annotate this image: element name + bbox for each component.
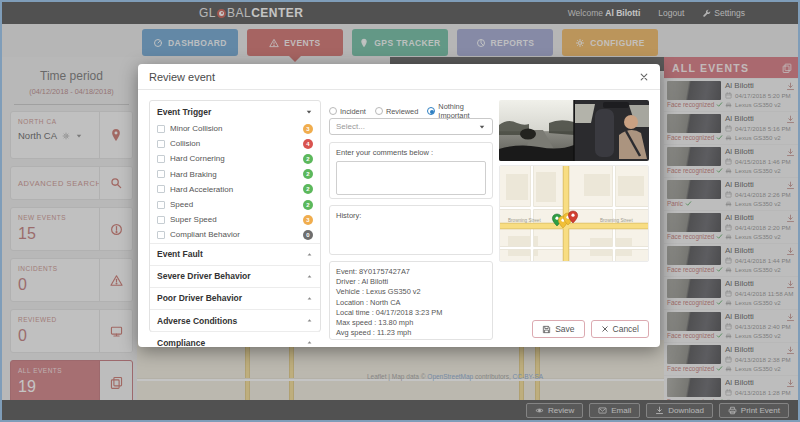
chevron-up-icon xyxy=(306,295,313,302)
section-severe-driver-behavior[interactable]: Severe Driver Behavior xyxy=(150,265,320,287)
checkbox[interactable] xyxy=(157,140,165,148)
comments-panel: Enter your comments below : xyxy=(329,142,493,199)
trigger-hard-cornering[interactable]: Hard Cornering2 xyxy=(150,151,320,166)
save-button[interactable]: Save xyxy=(532,320,584,338)
count-badge: 0 xyxy=(303,230,313,240)
checkbox[interactable] xyxy=(157,185,165,193)
history-label: History: xyxy=(336,211,486,220)
street-label: Browning Street xyxy=(508,218,541,223)
checkbox[interactable] xyxy=(157,155,165,163)
count-badge: 2 xyxy=(303,200,313,210)
event-details-panel: Event: 8Y01757427A7 Driver : Al Bilotti … xyxy=(329,261,493,340)
count-badge: 3 xyxy=(303,215,313,225)
detail-event-id: Event: 8Y01757427A7 xyxy=(336,267,486,277)
trigger-collision[interactable]: Collision4 xyxy=(150,136,320,151)
select-placeholder: Select... xyxy=(336,122,365,131)
checkbox[interactable] xyxy=(157,216,165,224)
chevron-down-icon xyxy=(305,108,313,116)
trigger-hard-acceleration[interactable]: Hard Acceleration2 xyxy=(150,182,320,197)
event-trigger-panel: Event Trigger Minor Collision3 Collision… xyxy=(149,100,321,332)
chevron-up-icon xyxy=(306,317,313,324)
close-icon xyxy=(601,325,609,333)
comments-textarea[interactable] xyxy=(336,161,486,195)
trigger-hard-braking[interactable]: Hard Braking2 xyxy=(150,167,320,182)
comments-label: Enter your comments below : xyxy=(336,148,486,157)
count-badge: 3 xyxy=(303,124,313,134)
section-adverse-conditions[interactable]: Adverse Conditions xyxy=(150,309,320,331)
floppy-icon xyxy=(542,325,551,334)
trigger-compliant-behavior[interactable]: Compliant Behavior0 xyxy=(150,227,320,242)
count-badge: 4 xyxy=(303,139,313,149)
detail-local-time: Local time : 04/17/2018 3:23 PM xyxy=(336,308,486,318)
trigger-speed[interactable]: Speed2 xyxy=(150,197,320,212)
section-event-fault[interactable]: Event Fault xyxy=(150,243,320,265)
chevron-up-icon xyxy=(306,339,313,346)
checkbox[interactable] xyxy=(157,125,165,133)
review-event-modal: Review event Event Trigger Minor Collisi… xyxy=(138,64,660,347)
detail-max-speed: Max speed : 13.80 mph xyxy=(336,318,486,328)
chevron-down-icon xyxy=(478,123,486,131)
checkbox[interactable] xyxy=(157,201,165,209)
trigger-super-speed[interactable]: Super Speed3 xyxy=(150,212,320,227)
detail-location: Location : North CA xyxy=(336,298,486,308)
street-label: Browning Street xyxy=(600,218,633,223)
checkbox[interactable] xyxy=(157,170,165,178)
cancel-button[interactable]: Cancel xyxy=(591,320,649,338)
checkbox[interactable] xyxy=(157,231,165,239)
radio-reviewed[interactable]: Reviewed xyxy=(375,107,418,116)
category-select[interactable]: Select... xyxy=(329,118,493,135)
event-trigger-accordion-header[interactable]: Event Trigger xyxy=(150,101,320,121)
detail-vehicle: Vehicle : Lexus GS350 v2 xyxy=(336,287,486,297)
count-badge: 2 xyxy=(303,154,313,164)
modal-title: Review event xyxy=(149,71,215,83)
radio-incident[interactable]: Incident xyxy=(329,107,366,116)
detail-avg-speed: Avg speed : 11.23 mph xyxy=(336,328,486,338)
section-compliance[interactable]: Compliance xyxy=(150,331,320,353)
history-panel: History: xyxy=(329,205,493,255)
section-poor-driver-behavior[interactable]: Poor Driver Behavior xyxy=(150,287,320,309)
chevron-up-icon xyxy=(306,251,313,258)
chevron-up-icon xyxy=(306,273,313,280)
dashcam-image[interactable] xyxy=(499,100,649,161)
close-icon[interactable] xyxy=(639,72,649,82)
app-window: GLBALCENTER Welcome Al Bilotti Logout Se… xyxy=(0,0,800,422)
modal-header: Review event xyxy=(138,64,660,90)
trigger-minor-collision[interactable]: Minor Collision3 xyxy=(150,121,320,136)
count-badge: 2 xyxy=(303,169,313,179)
detail-driver: Driver : Al Bilotti xyxy=(336,277,486,287)
modal-footer: Save Cancel xyxy=(532,320,649,338)
count-badge: 2 xyxy=(303,184,313,194)
event-location-map[interactable]: Browning Street Browning Street xyxy=(499,165,649,262)
